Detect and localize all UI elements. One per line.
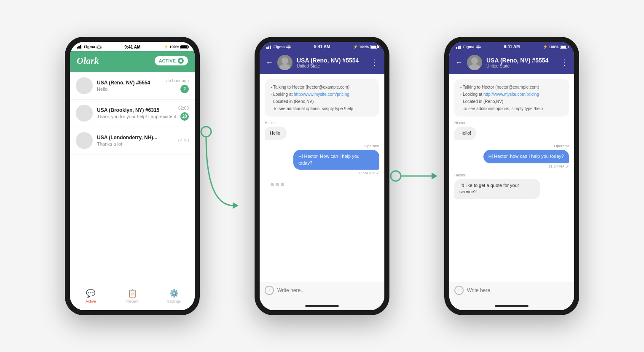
home-bar-3 xyxy=(495,305,529,307)
msg-time-3: 11:24 AM ✓ xyxy=(548,164,569,169)
info-link-3[interactable]: http://www.mysite.com/pricing xyxy=(483,92,539,97)
home-indicator-2 xyxy=(260,302,384,310)
back-button-3[interactable]: ← xyxy=(455,58,463,67)
status-right-2: ⚡ 100% xyxy=(353,45,378,49)
signal-icon xyxy=(77,44,83,49)
header-name-2: USA (Reno, NV) #5554 xyxy=(297,57,367,64)
avatar-2 xyxy=(76,105,93,122)
header-info-2: USA (Reno, NV) #5554 United State xyxy=(297,57,367,68)
check-icon-3: ✓ xyxy=(566,164,569,169)
svg-point-10 xyxy=(391,171,401,181)
phone-1: Figma 9:41 AM ⚡ 100% Olark ACTIVE xyxy=(65,37,200,315)
more-button-3[interactable]: ⋮ xyxy=(561,58,568,67)
nav-label-settings: Settings xyxy=(167,299,181,303)
svg-marker-4 xyxy=(233,202,239,209)
header-sub-3: United State xyxy=(486,64,556,68)
msg-label-hector-1: Hector xyxy=(265,121,379,125)
msg-bubble-outgoing-1: Hi Hector, How can I help you today? xyxy=(293,150,379,170)
header-name-3: USA (Reno, NV) #5554 xyxy=(486,57,556,64)
msg-label-operator-1: Operator xyxy=(364,144,379,148)
typing-indicator xyxy=(265,179,379,190)
chat-info-2: USA (Brooklyn, NY) #6315 Thank you for y… xyxy=(97,107,178,119)
msg-label-operator-3: Operator xyxy=(554,144,569,148)
bluetooth-icon-3: ⚡ xyxy=(543,45,547,49)
msg-label-hector-3: Hector xyxy=(454,121,569,125)
status-time-3: 9:41 AM xyxy=(504,44,520,49)
info-link[interactable]: http://www.mysite.com/pricing xyxy=(294,92,349,97)
chat-input-2[interactable] xyxy=(277,287,379,293)
chat-time-2: 02:00 xyxy=(178,106,189,111)
connector-svg-2 xyxy=(389,37,444,315)
status-time-1: 9:41 AM xyxy=(124,45,140,49)
info-line-3-4: - To see additional options, simply type… xyxy=(460,105,563,112)
header-sub-2: United State xyxy=(297,64,367,68)
svg-rect-6 xyxy=(268,46,269,49)
status-bar-1: Figma 9:41 AM ⚡ 100% xyxy=(70,42,195,51)
chat-icon: 💬 xyxy=(86,289,95,298)
chat-body-3: - Talking to Hector (hector@example.com)… xyxy=(449,74,574,282)
bottom-nav: 💬 Active 📋 Recent ⚙️ Settings xyxy=(70,285,195,310)
battery-percent: 100% xyxy=(169,45,179,49)
status-right-3: ⚡ 100% xyxy=(543,45,567,49)
msg-group-3-2: Operator Hi Hector, how can I help you t… xyxy=(454,144,569,168)
chat-preview-1: Hello! xyxy=(97,87,166,92)
wifi-icon xyxy=(97,45,102,49)
svg-point-3 xyxy=(201,127,211,137)
svg-point-16 xyxy=(471,57,478,64)
msg-bubble-incoming-3b: I'd like to get a quote for your service… xyxy=(454,179,540,199)
chat-item-1[interactable]: USA (Reno, NV) #5554 Hello! an hour ago … xyxy=(70,72,195,100)
svg-rect-1 xyxy=(78,46,80,49)
info-line-3: - Located in (Reno,NV) xyxy=(271,98,373,105)
svg-marker-12 xyxy=(432,173,437,179)
more-button-2[interactable]: ⋮ xyxy=(371,58,378,67)
svg-rect-7 xyxy=(270,46,271,49)
svg-point-9 xyxy=(279,64,290,70)
chat-header-2: ← USA (Reno, NV) #5554 United State ⋮ xyxy=(260,51,384,74)
chat-preview-3: Thanks a lot! xyxy=(97,141,178,146)
home-indicator-3 xyxy=(449,302,574,310)
status-left-3: Figma xyxy=(456,45,481,49)
svg-rect-14 xyxy=(458,46,459,49)
connector-1 xyxy=(200,37,255,315)
olark-logo: Olark xyxy=(77,55,99,66)
chat-preview-2: Thank you for your help! I appreciate it… xyxy=(97,114,178,119)
info-line-1: - Talking to Hector (hector@example.com) xyxy=(271,84,373,91)
info-card-2: - Talking to Hector (hector@example.com)… xyxy=(265,79,379,116)
svg-rect-15 xyxy=(459,46,461,49)
nav-active[interactable]: 💬 Active xyxy=(70,289,112,303)
nav-settings[interactable]: ⚙️ Settings xyxy=(153,289,195,303)
phone-3: Figma 9:41 AM ⚡ 100% ← USA (Reno, NV) #5… xyxy=(444,37,579,315)
nav-recent[interactable]: 📋 Recent xyxy=(112,289,153,303)
signal-icon-2 xyxy=(266,45,272,49)
chat-input-bar-2: ! xyxy=(260,282,384,302)
carrier-name-3: Figma xyxy=(463,45,475,49)
msg-group-2: Operator Hi Hector, How can I help you t… xyxy=(265,144,379,175)
svg-rect-13 xyxy=(456,47,457,49)
msg-group-3-1: Hector Hello! xyxy=(454,121,569,140)
svg-rect-5 xyxy=(266,47,268,49)
connector-2 xyxy=(389,37,444,315)
connector-svg-1 xyxy=(200,37,255,315)
signal-icon-3 xyxy=(456,45,462,49)
recent-icon: 📋 xyxy=(128,289,137,298)
chat-item-2[interactable]: USA (Brooklyn, NY) #6315 Thank you for y… xyxy=(70,100,195,127)
unread-badge-2: 20 xyxy=(180,112,189,121)
active-badge: ACTIVE xyxy=(155,56,188,65)
msg-group-1: Hector Hello! xyxy=(265,121,379,140)
typing-dot-3 xyxy=(281,183,284,186)
status-time-2: 9:41 AM xyxy=(314,44,330,49)
wifi-icon-2 xyxy=(286,45,291,49)
back-button-2[interactable]: ← xyxy=(266,58,273,67)
info-line-4: - To see additional options, simply type… xyxy=(271,105,373,112)
unread-badge-1: 2 xyxy=(180,85,189,93)
chat-list: USA (Reno, NV) #5554 Hello! an hour ago … xyxy=(70,72,195,285)
msg-label-hector-3b: Hector xyxy=(454,173,569,177)
active-label: ACTIVE xyxy=(159,58,176,63)
chat-input-3[interactable] xyxy=(467,287,569,293)
chat-meta-2: 02:00 20 xyxy=(178,106,189,121)
info-line-2: - Looking at http://www.mysite.com/prici… xyxy=(271,91,373,98)
chat-item-3[interactable]: USA (Londonderry, NH)... Thanks a lot! 0… xyxy=(70,127,195,154)
active-dot xyxy=(178,58,184,64)
bluetooth-icon: ⚡ xyxy=(164,45,168,49)
home-bar-2 xyxy=(305,305,339,307)
